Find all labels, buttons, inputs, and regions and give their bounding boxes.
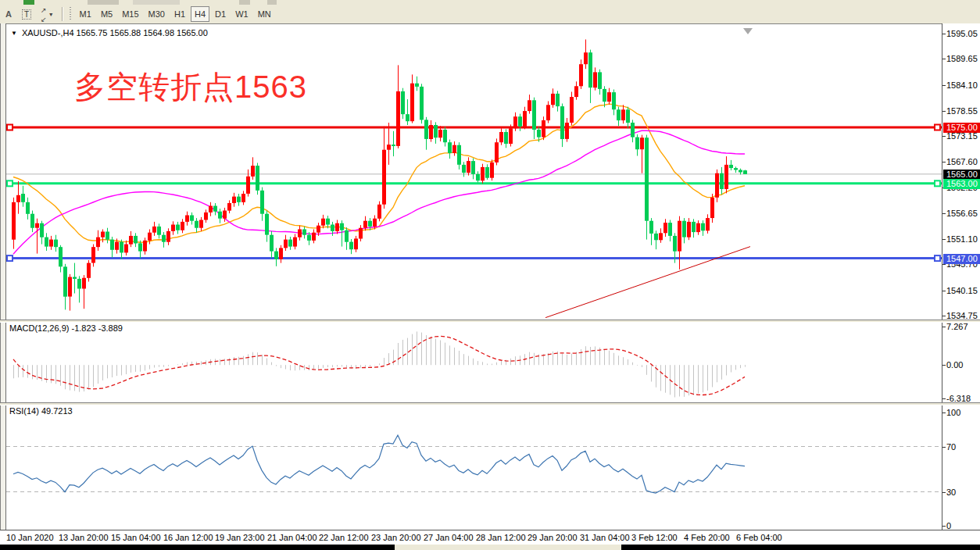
time-axis-label: 31 Jan 04:00 (580, 533, 630, 542)
text-label-tool-button[interactable]: A (1, 6, 16, 22)
price-axis-label: 1578.55 (946, 106, 978, 116)
resistance-line-handle[interactable] (935, 124, 940, 130)
price-axis-label: 1556.65 (946, 209, 978, 218)
axis-tick (942, 492, 946, 493)
support-line-handle[interactable] (935, 255, 940, 261)
axis-tick (942, 365, 946, 366)
rsi-line (13, 435, 745, 493)
time-axis-label: 23 Jan 20:00 (371, 533, 421, 542)
price-axis-label: 1589.65 (946, 54, 978, 63)
time-axis-label: 3 Feb 12:00 (631, 533, 678, 542)
axis-tick (942, 291, 946, 291)
time-axis: 10 Jan 202013 Jan 20:0015 Jan 04:0016 Ja… (0, 530, 980, 545)
axis-tick (942, 447, 946, 448)
price-axis-label: 1595.05 (946, 29, 978, 38)
pivot-line-handle[interactable] (935, 180, 940, 186)
axis-tick (942, 239, 946, 240)
timeframe-button-m5[interactable]: M5 (97, 6, 116, 22)
price-badge-1575-00: 1575.00 (943, 123, 980, 133)
timeframe-button-mn[interactable]: MN (254, 6, 275, 22)
axis-tick (942, 264, 946, 265)
diagonal-arrows-icon: ↗↙ (41, 5, 47, 23)
timeframe-button-h4[interactable]: H4 (191, 6, 209, 22)
axis-tick (942, 34, 946, 34)
price-axis-label: 1551.10 (946, 234, 978, 244)
panel-divider[interactable] (0, 320, 980, 323)
resistance-line-handle[interactable] (7, 124, 13, 130)
axis-tick (942, 412, 946, 413)
rsi-indicator-label: RSI(14) 49.7213 (9, 406, 73, 416)
rsi-axis-label: 70 (946, 442, 956, 452)
symbol-dropdown-icon[interactable]: ▼ (11, 30, 17, 37)
scroll-marker-icon[interactable] (743, 28, 753, 34)
timeframe-button-d1[interactable]: D1 (211, 6, 230, 22)
scrollbar-thumb[interactable] (395, 545, 621, 550)
chart-symbol-title[interactable]: ▼ XAUUSD-,H4 1565.75 1565.88 1564.98 156… (11, 28, 208, 38)
cursor-mode-dropdown-button[interactable]: ↗↙ ▼ (37, 6, 57, 22)
pivot-line-handle[interactable] (7, 180, 13, 186)
time-axis-label: 28 Jan 12:00 (476, 533, 526, 542)
text-tool-button[interactable]: T (18, 6, 35, 22)
axis-tick (942, 316, 946, 316)
time-axis-label: 13 Jan 20:00 (59, 533, 109, 542)
mt4-chart-window: { "toolbar": { "tools": [ {"id":"text-la… (0, 0, 980, 550)
timeframe-button-group: M1M5M15M30H1H4D1W1MN (75, 6, 276, 22)
axis-tick (942, 85, 946, 86)
price-axis-label: 1584.10 (946, 80, 978, 90)
axis-tick (942, 136, 946, 137)
timeframe-button-m15[interactable]: M15 (118, 6, 142, 22)
axis-tick (942, 327, 946, 327)
price-axis-label: 1567.60 (946, 157, 978, 166)
symbol-ohlc-text: XAUUSD-,H4 1565.75 1565.88 1564.98 1565.… (22, 28, 208, 38)
time-axis-label: 10 Jan 2020 (6, 533, 54, 542)
chevron-down-icon: ▼ (48, 12, 54, 17)
rsi-axis-label: 30 (946, 488, 956, 497)
axis-tick (942, 111, 946, 112)
chart-text-annotation[interactable]: 多空转折点1563 (74, 66, 307, 109)
axis-tick (942, 162, 946, 162)
timeframe-button-m30[interactable]: M30 (145, 6, 169, 22)
macd-axis-label: 0.00 (946, 360, 963, 370)
macd-panel (13, 331, 746, 397)
axis-tick (942, 398, 946, 399)
window-left-frame (0, 23, 6, 545)
price-badge-1563-00: 1563.00 (943, 179, 980, 189)
time-axis-label: 15 Jan 04:00 (111, 533, 161, 542)
axis-tick (942, 213, 946, 214)
time-axis-label: 27 Jan 04:00 (424, 533, 474, 542)
price-axis-label: 1540.15 (946, 286, 978, 295)
axis-tick (942, 59, 946, 59)
time-axis-label: 21 Jan 04:00 (267, 533, 317, 542)
toolbar-drag-grip[interactable] (69, 7, 73, 21)
rsi-panel (6, 435, 942, 493)
time-axis-label: 4 Feb 20:00 (684, 533, 730, 542)
time-axis-label: 16 Jan 12:00 (163, 533, 213, 542)
time-axis-label: 22 Jan 12:00 (319, 533, 369, 542)
chart-toolbar: A T ↗↙ ▼ M1M5M15M30H1H4D1W1MN (0, 5, 980, 24)
macd-signal-line (13, 336, 745, 395)
time-axis-label: 6 Feb 04:00 (736, 533, 782, 542)
timeframe-button-h1[interactable]: H1 (170, 6, 189, 22)
ma-fast-orange (13, 104, 745, 242)
panel-divider[interactable] (0, 402, 980, 405)
timeframe-button-m1[interactable]: M1 (76, 6, 95, 22)
toolbar-separator (62, 7, 63, 21)
price-badge-1547-00: 1547.00 (943, 254, 980, 264)
text-tool-icon: T (22, 9, 31, 20)
axis-tick (942, 526, 946, 527)
time-axis-label: 19 Jan 23:00 (215, 533, 265, 542)
price-axis: 1595.051589.651584.101578.551573.151567.… (942, 23, 980, 530)
time-axis-label: 29 Jan 20:00 (528, 533, 578, 542)
macd-axis-label: 7.267 (946, 322, 968, 331)
timeframe-button-w1[interactable]: W1 (231, 6, 252, 22)
rsi-axis-label: 100 (946, 408, 960, 417)
horizontal-scrollbar (0, 545, 980, 550)
macd-indicator-label: MACD(12,26,9) -1.823 -3.889 (9, 323, 123, 333)
ma-slow-magenta (13, 130, 745, 254)
support-line-handle[interactable] (7, 255, 13, 261)
